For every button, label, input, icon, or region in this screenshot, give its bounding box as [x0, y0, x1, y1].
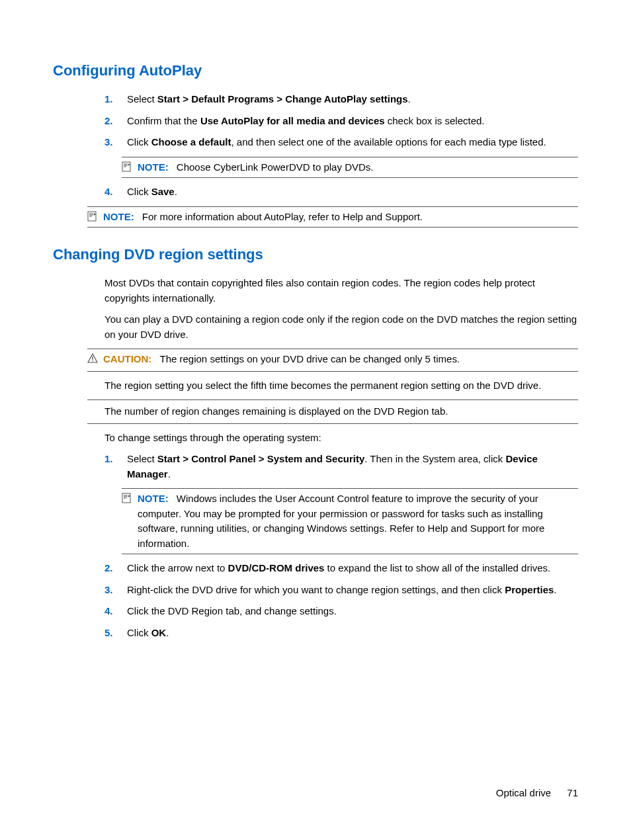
step-number: 4.: [105, 604, 127, 619]
caution-icon: [87, 353, 98, 364]
step-number: 5.: [105, 626, 127, 641]
text: Click the arrow next to: [127, 562, 228, 573]
text: .: [166, 627, 169, 638]
step-text: Click the DVD Region tab, and change set…: [127, 604, 578, 619]
svg-rect-2: [92, 357, 93, 360]
step-text: Right-click the DVD drive for which you …: [127, 583, 578, 598]
list-item: 4. Click the DVD Region tab, and change …: [105, 604, 578, 619]
list-item: 1. Select Start > Default Programs > Cha…: [105, 92, 578, 107]
heading-changing-dvd-region: Changing DVD region settings: [53, 243, 578, 265]
bold-text: Start > Default Programs > Change AutoPl…: [157, 93, 408, 105]
paragraph: Most DVDs that contain copyrighted files…: [105, 276, 578, 306]
text: Click: [127, 627, 151, 638]
text: Select: [127, 453, 157, 464]
bold-text: Start > Control Panel > System and Secur…: [157, 453, 364, 464]
text: check box is selected.: [385, 115, 485, 126]
text: to expand the list to show all of the in…: [324, 562, 550, 573]
text: Select: [127, 93, 157, 105]
text: Confirm that the: [127, 115, 200, 126]
caution-text: The region setting you select the fifth …: [87, 378, 578, 394]
page: Configuring AutoPlay 1. Select Start > D…: [0, 0, 631, 840]
text: Click: [127, 136, 151, 147]
list-item: 3. Click Choose a default, and then sele…: [105, 135, 578, 150]
note-content: NOTE: Choose CyberLink PowerDVD to play …: [138, 160, 373, 175]
note-text: Windows includes the User Account Contro…: [138, 493, 544, 549]
list-item: 4. Click Save.: [105, 185, 578, 200]
note-label: NOTE:: [138, 493, 169, 504]
svg-rect-3: [92, 360, 93, 361]
autoplay-steps: 1. Select Start > Default Programs > Cha…: [105, 92, 578, 200]
note-icon: [87, 211, 98, 222]
bold-text: OK: [151, 627, 167, 638]
text: , and then select one of the available o…: [231, 136, 546, 147]
caution-text: The region settings on your DVD drive ca…: [160, 353, 460, 364]
step-number: 2.: [105, 561, 127, 576]
region-steps: 1. Select Start > Control Panel > System…: [105, 452, 578, 640]
text: .: [554, 584, 556, 595]
note-text: Choose CyberLink PowerDVD to play DVDs.: [177, 161, 374, 173]
step-text: Click Save.: [127, 185, 578, 200]
step-number: 2.: [105, 114, 127, 129]
note-box: NOTE: Windows includes the User Account …: [122, 488, 578, 554]
text: .: [168, 468, 171, 480]
step-text: Confirm that the Use AutoPlay for all me…: [127, 114, 578, 129]
bold-text: DVD/CD-ROM drives: [228, 562, 325, 573]
step-text: Select Start > Default Programs > Change…: [127, 92, 578, 107]
caution-content: CAUTION: The region settings on your DVD…: [103, 352, 460, 367]
text: Right-click the DVD drive for which you …: [127, 584, 505, 595]
list-item: 1. Select Start > Control Panel > System…: [105, 452, 578, 482]
step-number: 1.: [105, 452, 127, 467]
note-box: NOTE: For more information about AutoPla…: [87, 206, 578, 228]
note-icon: [122, 161, 132, 172]
step-text: Select Start > Control Panel > System an…: [127, 452, 578, 482]
note-icon: [122, 493, 132, 503]
paragraph: To change settings through the operating…: [105, 431, 578, 446]
list-item: 2. Confirm that the Use AutoPlay for all…: [105, 114, 578, 129]
note-box: NOTE: Choose CyberLink PowerDVD to play …: [122, 157, 578, 179]
note-text: For more information about AutoPlay, ref…: [142, 211, 423, 222]
note-label: NOTE:: [138, 161, 169, 173]
bold-text: Save: [151, 186, 175, 197]
bold-text: Use AutoPlay for all media and devices: [200, 115, 385, 126]
step-number: 3.: [105, 135, 127, 150]
text: Click: [127, 186, 151, 197]
heading-configuring-autoplay: Configuring AutoPlay: [53, 60, 578, 81]
caution-text: The number of region changes remaining i…: [87, 404, 578, 419]
bold-text: Properties: [505, 584, 554, 595]
text: .: [408, 93, 411, 105]
list-item: 3. Right-click the DVD drive for which y…: [105, 583, 578, 598]
caution-label: CAUTION:: [103, 353, 151, 364]
step-text: Click the arrow next to DVD/CD-ROM drive…: [127, 561, 578, 576]
step-text: Click OK.: [127, 626, 578, 641]
note-content: NOTE: For more information about AutoPla…: [103, 210, 423, 225]
note-content: NOTE: Windows includes the User Account …: [138, 491, 578, 551]
note-label: NOTE:: [103, 211, 134, 222]
list-item: 5. Click OK.: [105, 626, 578, 641]
page-number: 71: [567, 787, 578, 798]
text: .: [175, 186, 177, 197]
step-number: 3.: [105, 583, 127, 598]
bold-text: Choose a default: [151, 136, 231, 147]
list-item: 2. Click the arrow next to DVD/CD-ROM dr…: [105, 561, 578, 576]
step-text: Click Choose a default, and then select …: [127, 135, 578, 150]
paragraph: You can play a DVD containing a region c…: [105, 312, 578, 342]
caution-box: CAUTION: The region settings on your DVD…: [87, 349, 578, 424]
text: . Then in the System area, click: [364, 453, 505, 464]
page-footer: Optical drive 71: [496, 786, 578, 801]
step-number: 4.: [105, 185, 127, 200]
step-number: 1.: [105, 92, 127, 107]
footer-section: Optical drive: [496, 787, 551, 798]
